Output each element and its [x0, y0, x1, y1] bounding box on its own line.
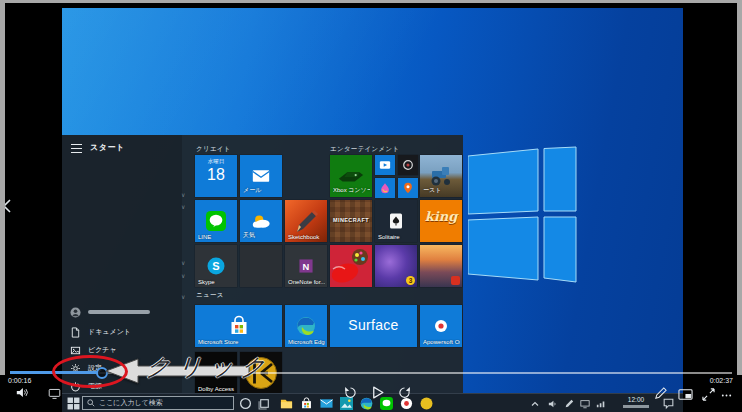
task-view-icon[interactable] [258, 397, 271, 410]
skip-forward-icon[interactable] [398, 386, 411, 399]
doc-icon [70, 327, 81, 338]
clock-date-bar [623, 405, 649, 408]
skype-icon: S [207, 257, 225, 275]
rec-icon [434, 319, 448, 333]
tile-tractor-game[interactable]: ースト [420, 155, 462, 197]
svg-text:S: S [212, 260, 219, 272]
tray-pen-icon[interactable] [564, 399, 574, 409]
total-duration: 0:02:37 [710, 377, 733, 384]
tile-label: OneNote for... [288, 279, 325, 285]
tray-volume-icon[interactable] [548, 399, 558, 409]
tile-apowersoft[interactable]: Apowersoft Online Scree... [420, 305, 462, 347]
annotation-click-text: クリック [144, 351, 274, 383]
window-frame-right [737, 0, 742, 375]
volume-icon[interactable] [16, 386, 29, 399]
avatar-icon [70, 307, 81, 318]
drop-icon [379, 182, 391, 194]
chevron-down-icon: ∨ [181, 293, 185, 300]
tile-mail[interactable]: メール [240, 155, 282, 197]
tile-skype[interactable]: SSkype [195, 245, 237, 287]
clock-time: 12:00 [614, 396, 658, 403]
tile-label: 天気 [243, 231, 280, 240]
tile-paint3d[interactable] [375, 178, 395, 198]
line-icon [206, 211, 226, 231]
tile-label: Microsoft Store [198, 339, 280, 345]
film-icon [379, 159, 391, 171]
taskbar-app-yellow-app[interactable] [420, 397, 433, 410]
tile-microsoft-edge[interactable]: Microsoft Edge [285, 305, 327, 347]
taskbar-app-mail-app[interactable] [320, 397, 333, 410]
svg-text:N: N [303, 262, 310, 272]
elapsed-time: 0:00:16 [8, 377, 31, 384]
sidebar-item-label: ドキュメント [88, 327, 131, 337]
tray-network-icon[interactable] [596, 399, 606, 409]
weather-icon [251, 211, 271, 231]
tile-onenote[interactable]: NOneNote for... [285, 245, 327, 287]
taskbar-search-box[interactable]: ここに入力して検索 [82, 396, 234, 410]
annotation-red-circle [52, 355, 128, 388]
more-options-icon[interactable] [720, 389, 733, 402]
tile-label: Microsoft Edge [288, 339, 325, 345]
tile-candy-crush[interactable] [330, 245, 372, 287]
taskbar-clock[interactable]: 12:00 [614, 396, 658, 408]
tile-sketchbook[interactable]: Sketchbook [285, 200, 327, 242]
store-icon [228, 315, 250, 337]
skip-back-icon[interactable] [344, 386, 357, 399]
start-button-icon[interactable] [67, 397, 80, 410]
video-player-window: スタート クリエイト水曜日18メールLINE天気SketchbookSSkype… [0, 0, 742, 412]
cards-icon [387, 212, 405, 230]
fullscreen-icon[interactable] [702, 388, 715, 401]
tile-text: king [420, 209, 462, 224]
windows-logo [468, 142, 578, 292]
tile-surface[interactable]: Surface [330, 305, 417, 347]
display-icon[interactable] [48, 387, 61, 400]
tile-label: Skype [198, 279, 235, 285]
sidebar-item-user[interactable] [70, 305, 150, 319]
search-placeholder: ここに入力して検索 [99, 398, 163, 408]
play-icon[interactable] [370, 385, 385, 400]
menu-icon[interactable] [71, 144, 82, 153]
pencil-icon [293, 208, 319, 234]
tile-label: LINE [198, 234, 235, 240]
taskbar-app-store-app[interactable] [300, 397, 313, 410]
tile-text: 18 [195, 166, 237, 184]
pin-icon [402, 182, 414, 194]
tray-display-icon[interactable] [580, 399, 590, 409]
tile-films-tv[interactable] [375, 155, 395, 175]
tile-label: メール [243, 186, 280, 195]
tile-label: Apowersoft Online Scree... [423, 339, 460, 345]
picture-icon [70, 345, 81, 356]
tile-xbox-console[interactable]: Xbox コンソール... [330, 155, 372, 197]
tile-sub-text: 水曜日 [195, 158, 237, 165]
tile-solitaire[interactable]: Solitaire [375, 200, 417, 242]
tile-weather[interactable]: 天気 [240, 200, 282, 242]
tile-maps[interactable] [398, 178, 418, 198]
tile-minecraft[interactable]: MINECRAFT [330, 200, 372, 242]
group-header: ニュース [196, 291, 224, 300]
chevron-down-icon: ∨ [181, 259, 185, 266]
chevron-down-icon: ∨ [181, 191, 185, 198]
taskbar-app-explorer[interactable] [280, 397, 293, 410]
chevron-down-icon: ∨ [181, 203, 185, 210]
tile-label: Dolby Access [198, 386, 235, 392]
tile-calendar[interactable]: 水曜日18 [195, 155, 237, 197]
candy-icon [330, 245, 372, 287]
cortana-icon[interactable] [239, 397, 252, 410]
edit-pencil-icon[interactable] [654, 387, 667, 400]
chevron-down-icon: ∨ [181, 272, 185, 279]
picture-in-picture-icon[interactable] [678, 388, 693, 401]
edge-icon [296, 316, 316, 336]
sidebar-item-documents[interactable]: ドキュメント [70, 325, 131, 339]
tile-king[interactable]: king [420, 200, 462, 242]
tile-microsoft-store[interactable]: Microsoft Store [195, 305, 282, 347]
tile-label: ースト [423, 186, 460, 195]
tile-bubble-witch[interactable]: 3 [375, 245, 417, 287]
tile-label: Xbox コンソール... [333, 186, 370, 195]
tray-expand-icon[interactable] [530, 399, 540, 409]
tile-line[interactable]: LINE [195, 200, 237, 242]
window-frame-top [0, 0, 742, 3]
tile-empty-app[interactable] [240, 245, 282, 287]
tile-app-ring[interactable] [398, 155, 418, 175]
tile-forge-of-empires[interactable] [420, 245, 462, 287]
onenote-icon: N [299, 259, 314, 274]
